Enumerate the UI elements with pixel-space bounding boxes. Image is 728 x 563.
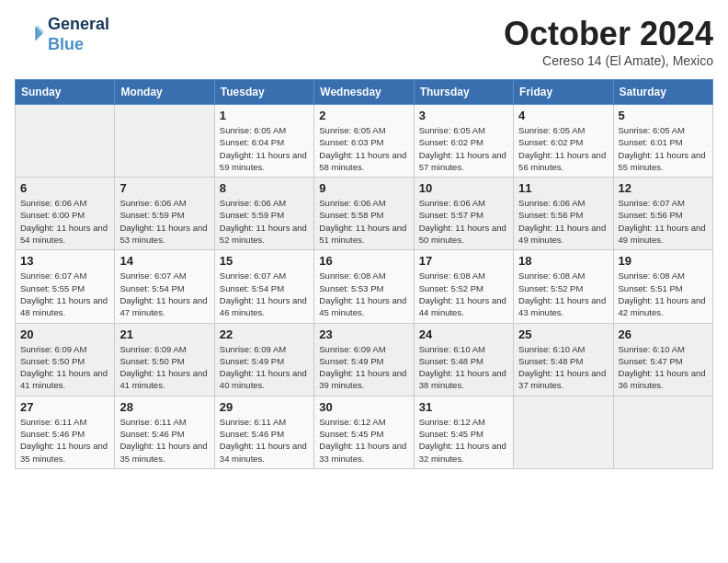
day-number: 11 bbox=[518, 181, 608, 195]
day-info: Sunrise: 6:07 AM Sunset: 5:54 PM Dayligh… bbox=[119, 270, 209, 318]
day-number: 7 bbox=[119, 181, 209, 195]
day-info: Sunrise: 6:11 AM Sunset: 5:46 PM Dayligh… bbox=[220, 416, 309, 465]
calendar-week-row: 6Sunrise: 6:06 AM Sunset: 6:00 PM Daylig… bbox=[16, 178, 713, 250]
calendar-cell: 6Sunrise: 6:06 AM Sunset: 6:00 PM Daylig… bbox=[16, 178, 115, 250]
day-number: 27 bbox=[20, 400, 109, 414]
day-number: 25 bbox=[518, 327, 608, 341]
svg-marker-1 bbox=[37, 24, 44, 39]
calendar-cell: 25Sunrise: 6:10 AM Sunset: 5:48 PM Dayli… bbox=[514, 323, 613, 396]
weekday-header: Friday bbox=[514, 80, 613, 105]
calendar-cell: 16Sunrise: 6:08 AM Sunset: 5:53 PM Dayli… bbox=[314, 250, 414, 323]
day-info: Sunrise: 6:11 AM Sunset: 5:46 PM Dayligh… bbox=[20, 416, 109, 465]
calendar-cell: 26Sunrise: 6:10 AM Sunset: 5:47 PM Dayli… bbox=[613, 323, 712, 396]
calendar-table: SundayMondayTuesdayWednesdayThursdayFrid… bbox=[15, 79, 713, 469]
weekday-header-row: SundayMondayTuesdayWednesdayThursdayFrid… bbox=[16, 80, 713, 105]
calendar-cell: 28Sunrise: 6:11 AM Sunset: 5:46 PM Dayli… bbox=[115, 396, 214, 468]
calendar-cell bbox=[115, 105, 214, 178]
day-info: Sunrise: 6:10 AM Sunset: 5:48 PM Dayligh… bbox=[419, 343, 508, 392]
calendar-cell: 9Sunrise: 6:06 AM Sunset: 5:58 PM Daylig… bbox=[314, 178, 414, 250]
day-info: Sunrise: 6:06 AM Sunset: 5:57 PM Dayligh… bbox=[419, 197, 508, 246]
day-info: Sunrise: 6:10 AM Sunset: 5:48 PM Dayligh… bbox=[518, 343, 608, 392]
weekday-header: Thursday bbox=[414, 80, 513, 105]
calendar-cell: 8Sunrise: 6:06 AM Sunset: 5:59 PM Daylig… bbox=[214, 178, 313, 250]
calendar-cell: 7Sunrise: 6:06 AM Sunset: 5:59 PM Daylig… bbox=[115, 178, 214, 250]
day-info: Sunrise: 6:06 AM Sunset: 5:59 PM Dayligh… bbox=[220, 197, 309, 246]
location-subtitle: Cereso 14 (El Amate), Mexico bbox=[504, 53, 713, 68]
month-title: October 2024 bbox=[504, 15, 713, 53]
day-info: Sunrise: 6:06 AM Sunset: 5:59 PM Dayligh… bbox=[119, 197, 209, 246]
page-header: General Blue October 2024 Cereso 14 (El … bbox=[15, 15, 713, 68]
day-info: Sunrise: 6:06 AM Sunset: 5:56 PM Dayligh… bbox=[518, 197, 608, 246]
calendar-cell: 18Sunrise: 6:08 AM Sunset: 5:52 PM Dayli… bbox=[514, 250, 613, 323]
day-number: 23 bbox=[319, 327, 408, 341]
calendar-cell: 14Sunrise: 6:07 AM Sunset: 5:54 PM Dayli… bbox=[115, 250, 214, 323]
calendar-cell: 5Sunrise: 6:05 AM Sunset: 6:01 PM Daylig… bbox=[613, 105, 712, 178]
day-number: 21 bbox=[119, 327, 209, 341]
calendar-cell: 24Sunrise: 6:10 AM Sunset: 5:48 PM Dayli… bbox=[414, 323, 513, 396]
day-info: Sunrise: 6:08 AM Sunset: 5:53 PM Dayligh… bbox=[319, 270, 408, 318]
day-info: Sunrise: 6:08 AM Sunset: 5:52 PM Dayligh… bbox=[419, 270, 508, 318]
calendar-cell: 20Sunrise: 6:09 AM Sunset: 5:50 PM Dayli… bbox=[16, 323, 115, 396]
day-number: 4 bbox=[518, 109, 608, 122]
calendar-week-row: 13Sunrise: 6:07 AM Sunset: 5:55 PM Dayli… bbox=[16, 250, 713, 323]
calendar-week-row: 27Sunrise: 6:11 AM Sunset: 5:46 PM Dayli… bbox=[16, 396, 713, 468]
day-info: Sunrise: 6:12 AM Sunset: 5:45 PM Dayligh… bbox=[319, 416, 408, 465]
day-info: Sunrise: 6:09 AM Sunset: 5:49 PM Dayligh… bbox=[319, 343, 408, 392]
logo: General Blue bbox=[15, 15, 109, 54]
calendar-cell: 15Sunrise: 6:07 AM Sunset: 5:54 PM Dayli… bbox=[214, 250, 313, 323]
day-number: 17 bbox=[419, 254, 508, 268]
day-number: 13 bbox=[20, 254, 109, 268]
calendar-cell: 19Sunrise: 6:08 AM Sunset: 5:51 PM Dayli… bbox=[613, 250, 712, 323]
day-number: 20 bbox=[20, 327, 109, 341]
calendar-cell bbox=[514, 396, 613, 468]
day-number: 3 bbox=[419, 109, 508, 122]
calendar-cell: 1Sunrise: 6:05 AM Sunset: 6:04 PM Daylig… bbox=[214, 105, 313, 178]
calendar-cell: 22Sunrise: 6:09 AM Sunset: 5:49 PM Dayli… bbox=[214, 323, 313, 396]
calendar-cell: 11Sunrise: 6:06 AM Sunset: 5:56 PM Dayli… bbox=[514, 178, 613, 250]
day-number: 8 bbox=[220, 181, 309, 195]
day-info: Sunrise: 6:05 AM Sunset: 6:04 PM Dayligh… bbox=[220, 124, 309, 173]
day-info: Sunrise: 6:07 AM Sunset: 5:55 PM Dayligh… bbox=[20, 270, 109, 318]
calendar-cell: 29Sunrise: 6:11 AM Sunset: 5:46 PM Dayli… bbox=[214, 396, 313, 468]
day-info: Sunrise: 6:05 AM Sunset: 6:03 PM Dayligh… bbox=[319, 124, 408, 173]
weekday-header: Sunday bbox=[16, 80, 115, 105]
day-info: Sunrise: 6:10 AM Sunset: 5:47 PM Dayligh… bbox=[619, 343, 708, 392]
day-number: 1 bbox=[220, 109, 309, 122]
day-number: 19 bbox=[619, 254, 708, 268]
calendar-cell bbox=[16, 105, 115, 178]
logo-text: General Blue bbox=[48, 15, 109, 54]
calendar-week-row: 1Sunrise: 6:05 AM Sunset: 6:04 PM Daylig… bbox=[16, 105, 713, 178]
day-number: 28 bbox=[119, 400, 209, 414]
day-number: 24 bbox=[419, 327, 508, 341]
calendar-cell: 17Sunrise: 6:08 AM Sunset: 5:52 PM Dayli… bbox=[414, 250, 513, 323]
day-info: Sunrise: 6:11 AM Sunset: 5:46 PM Dayligh… bbox=[119, 416, 209, 465]
day-number: 6 bbox=[20, 181, 109, 195]
day-number: 26 bbox=[619, 327, 708, 341]
calendar-cell: 2Sunrise: 6:05 AM Sunset: 6:03 PM Daylig… bbox=[314, 105, 414, 178]
title-block: October 2024 Cereso 14 (El Amate), Mexic… bbox=[504, 15, 713, 68]
day-number: 22 bbox=[220, 327, 309, 341]
logo-icon bbox=[15, 20, 44, 50]
day-number: 12 bbox=[619, 181, 708, 195]
day-info: Sunrise: 6:05 AM Sunset: 6:02 PM Dayligh… bbox=[518, 124, 608, 173]
calendar-cell: 31Sunrise: 6:12 AM Sunset: 5:45 PM Dayli… bbox=[414, 396, 513, 468]
calendar-cell: 3Sunrise: 6:05 AM Sunset: 6:02 PM Daylig… bbox=[414, 105, 513, 178]
day-number: 15 bbox=[220, 254, 309, 268]
day-number: 31 bbox=[419, 400, 508, 414]
day-info: Sunrise: 6:05 AM Sunset: 6:02 PM Dayligh… bbox=[419, 124, 508, 173]
day-info: Sunrise: 6:08 AM Sunset: 5:51 PM Dayligh… bbox=[619, 270, 708, 318]
calendar-cell: 12Sunrise: 6:07 AM Sunset: 5:56 PM Dayli… bbox=[613, 178, 712, 250]
day-number: 30 bbox=[319, 400, 408, 414]
calendar-cell: 10Sunrise: 6:06 AM Sunset: 5:57 PM Dayli… bbox=[414, 178, 513, 250]
weekday-header: Wednesday bbox=[314, 80, 414, 105]
calendar-cell: 23Sunrise: 6:09 AM Sunset: 5:49 PM Dayli… bbox=[314, 323, 414, 396]
weekday-header: Monday bbox=[115, 80, 214, 105]
day-number: 18 bbox=[518, 254, 608, 268]
calendar-cell bbox=[613, 396, 712, 468]
weekday-header: Saturday bbox=[613, 80, 712, 105]
day-info: Sunrise: 6:06 AM Sunset: 5:58 PM Dayligh… bbox=[319, 197, 408, 246]
calendar-cell: 27Sunrise: 6:11 AM Sunset: 5:46 PM Dayli… bbox=[16, 396, 115, 468]
day-info: Sunrise: 6:12 AM Sunset: 5:45 PM Dayligh… bbox=[419, 416, 508, 465]
calendar-cell: 4Sunrise: 6:05 AM Sunset: 6:02 PM Daylig… bbox=[514, 105, 613, 178]
day-info: Sunrise: 6:07 AM Sunset: 5:56 PM Dayligh… bbox=[619, 197, 708, 246]
